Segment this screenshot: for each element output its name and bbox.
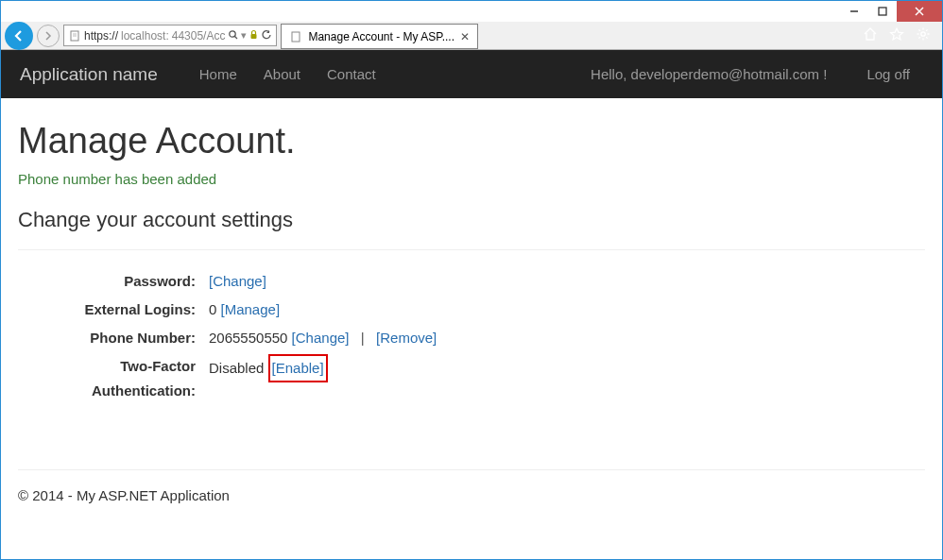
- logoff-link[interactable]: Log off: [866, 66, 910, 82]
- refresh-icon[interactable]: [261, 29, 272, 42]
- separator: [18, 249, 925, 250]
- twofactor-enable-link[interactable]: [Enable]: [272, 360, 324, 376]
- external-logins-value: 0 [Manage]: [209, 297, 925, 322]
- section-subhead: Change your account settings: [18, 208, 925, 232]
- user-greeting[interactable]: Hello, developerdemo@hotmail.com !: [591, 66, 827, 82]
- nav-about[interactable]: About: [264, 66, 300, 82]
- pipe-separator: |: [357, 330, 369, 346]
- external-logins-manage-link[interactable]: [Manage]: [221, 301, 281, 317]
- lock-icon: [249, 29, 259, 42]
- gear-icon[interactable]: [916, 26, 931, 44]
- toolbar-right-icons: [863, 26, 938, 44]
- page-content: Manage Account. Phone number has been ad…: [1, 98, 942, 413]
- page-icon: [68, 29, 81, 42]
- external-logins-label: External Logins:: [20, 297, 209, 322]
- app-navbar: Application name Home About Contact Hell…: [1, 50, 942, 98]
- forward-button[interactable]: [37, 25, 60, 47]
- tab-close-icon[interactable]: ✕: [460, 30, 470, 43]
- window-titlebar: [1, 1, 942, 22]
- browser-tab[interactable]: Manage Account - My ASP.... ✕: [281, 24, 478, 49]
- twofactor-label: Two-Factor Authentication:: [20, 354, 209, 403]
- twofactor-status: Disabled: [209, 360, 264, 376]
- search-icon[interactable]: [228, 29, 239, 42]
- browser-window: https://localhost:44305/Acc ▾ Manage Acc…: [0, 0, 943, 560]
- page-viewport: Application name Home About Contact Hell…: [1, 50, 942, 559]
- home-icon[interactable]: [863, 26, 878, 44]
- url-host: localhost:: [121, 29, 169, 42]
- dropdown-icon[interactable]: ▾: [241, 29, 247, 42]
- svg-point-11: [921, 32, 925, 36]
- twofactor-value: Disabled [Enable]: [209, 354, 925, 403]
- annotation-highlight: [Enable]: [268, 354, 328, 382]
- phone-remove-link[interactable]: [Remove]: [376, 330, 437, 346]
- phone-label: Phone Number:: [20, 326, 209, 350]
- phone-number: 2065550550: [209, 330, 287, 346]
- page-footer: © 2014 - My ASP.NET Application: [1, 469, 942, 503]
- svg-rect-1: [879, 8, 886, 15]
- address-bar[interactable]: https://localhost:44305/Acc ▾: [63, 25, 277, 46]
- phone-change-link[interactable]: [Change]: [292, 330, 350, 346]
- external-logins-count: 0: [209, 301, 216, 317]
- password-label: Password:: [20, 269, 209, 294]
- back-button[interactable]: [5, 22, 33, 50]
- browser-toolbar: https://localhost:44305/Acc ▾ Manage Acc…: [1, 22, 942, 50]
- svg-rect-9: [251, 34, 257, 39]
- nav-contact[interactable]: Contact: [327, 66, 376, 82]
- page-title: Manage Account.: [18, 121, 925, 161]
- status-message: Phone number has been added: [18, 171, 925, 187]
- footer-text: © 2014 - My ASP.NET Application: [18, 487, 925, 503]
- svg-line-17: [926, 37, 927, 38]
- brand[interactable]: Application name: [20, 64, 158, 85]
- phone-value: 2065550550 [Change] | [Remove]: [209, 326, 925, 350]
- password-value: [Change]: [209, 269, 925, 294]
- tab-title: Manage Account - My ASP....: [308, 30, 454, 43]
- minimize-button[interactable]: [840, 1, 868, 22]
- url-protocol: https://: [84, 29, 118, 42]
- svg-line-18: [926, 29, 927, 30]
- url-path: 44305/Acc: [172, 29, 226, 42]
- svg-rect-10: [292, 32, 300, 42]
- close-button[interactable]: [897, 1, 942, 22]
- nav-home[interactable]: Home: [199, 66, 237, 82]
- svg-line-19: [918, 37, 919, 38]
- svg-line-16: [918, 29, 919, 30]
- password-change-link[interactable]: [Change]: [209, 273, 266, 289]
- footer-separator: [18, 469, 925, 470]
- address-bar-icons: ▾: [228, 29, 272, 42]
- favorites-icon[interactable]: [889, 26, 904, 44]
- settings-list: Password: [Change] External Logins: 0 [M…: [20, 269, 925, 403]
- maximize-button[interactable]: [868, 1, 897, 22]
- svg-line-8: [235, 36, 238, 39]
- svg-point-7: [230, 30, 235, 36]
- favicon-icon: [289, 30, 302, 43]
